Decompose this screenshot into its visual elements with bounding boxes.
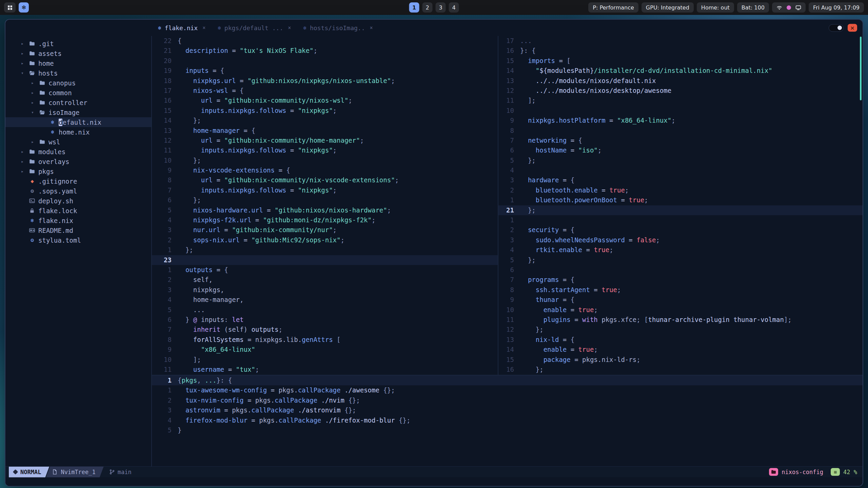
tree-item-isoImage[interactable]: ▾isoImage [5,107,151,117]
code-line[interactable]: 10 [498,106,863,116]
code-line[interactable]: 15 inputs.nixpkgs.follows = "nixpkgs"; [152,106,498,116]
code-line[interactable]: 21 }; [498,205,863,215]
tab-hosts/isoImag..[interactable]: ❄hosts/isoImag..× [297,20,379,36]
code-line[interactable]: 2 sops-nix.url = "github:Mic92/sops-nix"… [152,235,498,245]
chevron-down-icon[interactable]: ▾ [31,110,39,115]
tree-item-hosts[interactable]: ▾hosts [5,68,151,78]
code-line[interactable]: 13 ../../modules/nixos/default.nix [498,76,863,86]
code-line[interactable]: 11 inputs.nixpkgs.follows = "nixpkgs"; [152,145,498,155]
nix-logo-button[interactable]: ❄ [19,2,29,13]
code-line[interactable]: 23 [152,255,498,265]
code-line[interactable]: 4 [498,165,863,175]
code-line[interactable]: 5 nixos-hardware.url = "github:nixos/nix… [152,205,498,215]
code-line[interactable]: 16 }; [498,365,863,374]
code-line[interactable]: 9 nixpkgs.hostPlatform = "x86_64-linux"; [498,116,863,125]
code-line[interactable]: 1 bluetooth.powerOnBoot = true; [498,195,863,205]
code-line[interactable]: 17... [498,36,863,46]
code-line[interactable]: 15 imports = [ [498,56,863,66]
tree-item-.sops.yaml[interactable]: ⚙.sops.yaml [5,186,151,196]
code-line[interactable]: 19 inputs = { [152,66,498,76]
code-line[interactable]: 7 networking = { [498,136,863,145]
code-line[interactable]: 4 nixpkgs-f2k.url = "github:moni-dz/nixp… [152,215,498,225]
chevron-right-icon[interactable]: ▸ [21,169,29,174]
code-line[interactable]: 5 ... [152,305,498,315]
chevron-right-icon[interactable]: ▸ [31,139,39,144]
code-line[interactable]: 9 "x86_64-linux" [152,345,498,354]
code-line[interactable]: 1 outputs = { [152,265,498,275]
code-line[interactable]: 1 }; [152,245,498,255]
workspace-button-1[interactable]: 1 [409,2,419,13]
code-line[interactable]: 11 ]; [498,96,863,105]
code-line[interactable]: 12 ../../modules/nixos/desktop/awesome [498,86,863,96]
code-line[interactable]: 4 rtkit.enable = true; [498,245,863,255]
code-line[interactable]: 1 [498,215,863,225]
code-line[interactable]: 9 thunar = { [498,295,863,305]
code-line[interactable]: 3 hardware = { [498,175,863,185]
tree-item-flake.nix[interactable]: ❄flake.nix [5,216,151,225]
chevron-right-icon[interactable]: ▸ [21,51,29,56]
code-line[interactable]: 7 inherit (self) outputs; [152,325,498,334]
window-close-button[interactable]: × [848,24,857,32]
chevron-right-icon[interactable]: ▸ [31,100,39,105]
code-line[interactable]: 14 enable = true; [498,345,863,354]
scrollbar-thumb[interactable] [860,37,862,100]
display-icon[interactable] [795,5,801,11]
code-line[interactable]: 13 nix-ld = { [498,335,863,345]
code-line[interactable]: 6 }; [152,195,498,205]
chevron-right-icon[interactable]: ▸ [31,90,39,95]
code-line[interactable]: 6 } @ inputs: let [152,315,498,325]
code-line[interactable]: 12 }; [498,325,863,334]
code-line[interactable]: 10 }; [152,156,498,165]
code-line[interactable]: 11 plugins = with pkgs.xfce; [thunar-arc… [498,315,863,325]
tree-item-default.nix[interactable]: ❄default.nix [5,117,151,127]
code-line[interactable]: 6 [498,265,863,275]
app-launcher-button[interactable] [4,2,16,13]
code-line[interactable]: 2 self, [152,275,498,285]
tree-item-pkgs[interactable]: ▸pkgs [5,166,151,176]
workspace-button-2[interactable]: 2 [422,2,433,13]
code-line[interactable]: 8 forAllSystems = nixpkgs.lib.genAttrs [ [152,335,498,345]
code-line[interactable]: 2 bluetooth.enable = true; [498,185,863,195]
workspace-button-3[interactable]: 3 [436,2,446,13]
code-line[interactable]: 20 [152,56,498,66]
tree-item-.gitignore[interactable]: ◆.gitignore [5,176,151,186]
workspace-button-4[interactable]: 4 [449,2,459,13]
tree-item-controller[interactable]: ▸controller [5,98,151,107]
code-line[interactable]: 17 nixos-wsl = { [152,86,498,96]
code-line[interactable]: 3 nur.url = "github:nix-community/nur"; [152,225,498,235]
code-line[interactable]: 12 url = "github:nix-community/home-mana… [152,136,498,145]
code-line[interactable]: 18 nixpkgs.url = "github:nixos/nixpkgs/n… [152,76,498,86]
tree-item-modules[interactable]: ▸modules [5,147,151,157]
code-line[interactable]: 11 username = "tux"; [152,365,498,374]
code-line[interactable]: 5} [152,425,863,435]
tab-close-icon[interactable]: × [288,25,291,31]
code-line[interactable]: 7 programs = { [498,275,863,285]
tab-close-icon[interactable]: × [370,25,373,31]
tree-item-home.nix[interactable]: ❄home.nix [5,127,151,137]
tree-item-common[interactable]: ▸common [5,88,151,98]
chevron-right-icon[interactable]: ▸ [21,159,29,164]
code-line[interactable]: 10 ]; [152,355,498,365]
code-line[interactable]: 13 home-manager = { [152,126,498,136]
code-line[interactable]: 6 hostName = "iso"; [498,145,863,155]
code-line[interactable]: 1 tux-awesome-wm-config = pkgs.callPacka… [152,385,863,395]
code-line[interactable]: 3 sudo.wheelNeedsPassword = false; [498,235,863,245]
code-line[interactable]: 3 astronvim = pkgs.callPackage ./astronv… [152,405,863,415]
indicator-dot[interactable] [787,5,791,10]
wifi-icon[interactable] [776,5,782,11]
code-line[interactable]: 4 firefox-mod-blur = pkgs.callPackage ./… [152,415,863,425]
code-line[interactable]: 7 inputs.nixpkgs.follows = "nixpkgs"; [152,185,498,195]
code-line[interactable]: 8 [498,126,863,136]
code-line[interactable]: 16 url = "github:nix-community/nixos-wsl… [152,96,498,105]
tab-flake.nix[interactable]: ❄flake.nix× [152,20,212,36]
tree-item-home[interactable]: ▸home [5,58,151,68]
code-line[interactable]: 4 home-manager, [152,295,498,305]
code-line[interactable]: 5 }; [498,156,863,165]
code-line[interactable]: 2 tux-nvim-config = pkgs.callPackage ./n… [152,395,863,405]
chevron-right-icon[interactable]: ▸ [21,41,29,46]
tab-pkgs/default ...[interactable]: ❄pkgs/default ...× [212,20,297,36]
code-line[interactable]: 2 security = { [498,225,863,235]
tab-close-icon[interactable]: × [202,25,205,31]
code-line[interactable]: 8 ssh.startAgent = true; [498,285,863,295]
code-line[interactable]: 21 description = "tux's NixOS Flake"; [152,46,498,56]
